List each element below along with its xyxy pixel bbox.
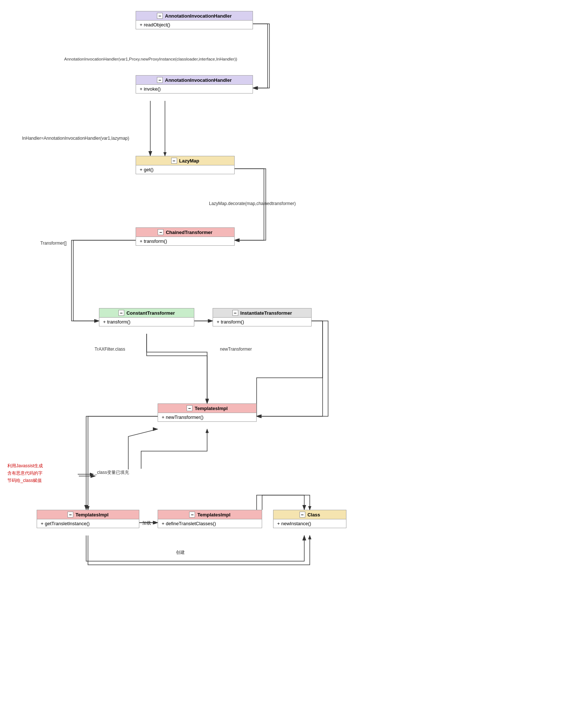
- box4-method: + transform(): [136, 237, 234, 245]
- label-javassist-1: 利用Javassist生成: [7, 463, 43, 469]
- box-templates-impl-2: − TemplatesImpl + getTransletInstance(): [37, 510, 139, 528]
- collapse-btn-10[interactable]: −: [299, 512, 305, 518]
- collapse-btn-1[interactable]: −: [157, 13, 163, 19]
- box3-title: LazyMap: [179, 158, 199, 164]
- box5-title: ConstantTransformer: [126, 310, 175, 316]
- box5-method: + transform(): [99, 318, 194, 326]
- label-javassist-3: 节码给_class赋值: [7, 478, 42, 484]
- arrows-svg: [0, 0, 588, 724]
- detail-arrows-svg: [0, 0, 588, 724]
- collapse-btn-6[interactable]: −: [232, 310, 238, 316]
- collapse-btn-5[interactable]: −: [118, 310, 124, 316]
- box8-title: TemplatesImpl: [76, 512, 109, 518]
- box-annotation-invocation-handler-2: − AnnotationInvocationHandler + invoke(): [136, 75, 253, 94]
- box6-title: InstantiateTransformer: [240, 310, 292, 316]
- collapse-btn-2[interactable]: −: [157, 77, 163, 83]
- label-load: 加载: [142, 520, 151, 526]
- box2-method: + invoke(): [136, 85, 253, 93]
- box10-method: + newInstance(): [273, 519, 346, 528]
- collapse-btn-7[interactable]: −: [187, 405, 192, 411]
- diagram-container: − AnnotationInvocationHandler + readObje…: [0, 0, 588, 724]
- box-constant-transformer: − ConstantTransformer + transform(): [99, 308, 194, 326]
- label-class-filled: _class变量已填充: [95, 469, 129, 476]
- box10-title: Class: [308, 512, 320, 518]
- box-instantiate-transformer: − InstantiateTransformer + transform(): [213, 308, 312, 326]
- box7-method: + newTransformer(): [158, 413, 256, 421]
- box-templates-impl-1: − TemplatesImpl + newTransformer(): [158, 403, 257, 422]
- label-javassist-2: 含有恶意代码的字: [7, 470, 43, 476]
- label-annotation-proxy: AnnotationInvocationHandler(var1,Proxy.n…: [64, 57, 237, 61]
- box9-method: + defineTransletClasses(): [158, 519, 262, 528]
- collapse-btn-4[interactable]: −: [158, 229, 163, 235]
- label-new-transformer: newTransformer: [220, 347, 252, 352]
- box-annotation-invocation-handler-1: − AnnotationInvocationHandler + readObje…: [136, 11, 253, 29]
- box-class: − Class + newInstance(): [273, 510, 346, 528]
- box3-method: + get(): [136, 165, 234, 174]
- box9-title: TemplatesImpl: [197, 512, 230, 518]
- collapse-btn-8[interactable]: −: [67, 512, 73, 518]
- box1-title: AnnotationInvocationHandler: [165, 13, 232, 19]
- collapse-btn-3[interactable]: −: [171, 158, 177, 164]
- box-lazymap: − LazyMap + get(): [136, 156, 235, 174]
- box1-method: + readObject(): [136, 21, 253, 29]
- box8-method: + getTransletInstance(): [37, 519, 139, 528]
- collapse-btn-9[interactable]: −: [189, 512, 195, 518]
- label-inhandler: InHandler=AnnotationInvocationHandler(va…: [22, 136, 129, 141]
- label-lazymap-decorate: LazyMap.decorate(map,chainedtransformer): [209, 201, 296, 206]
- label-create: 创建: [176, 549, 185, 556]
- box2-title: AnnotationInvocationHandler: [165, 77, 232, 83]
- box-templates-impl-3: − TemplatesImpl + defineTransletClasses(…: [158, 510, 262, 528]
- box6-method: + transform(): [213, 318, 311, 326]
- label-transformer-array: Transformer[]: [40, 241, 67, 246]
- box4-title: ChainedTransformer: [166, 230, 212, 235]
- box7-title: TemplatesImpl: [195, 406, 228, 411]
- label-traxfilter: TrAXFilter.class: [95, 347, 125, 352]
- box-chained-transformer: − ChainedTransformer + transform(): [136, 227, 235, 246]
